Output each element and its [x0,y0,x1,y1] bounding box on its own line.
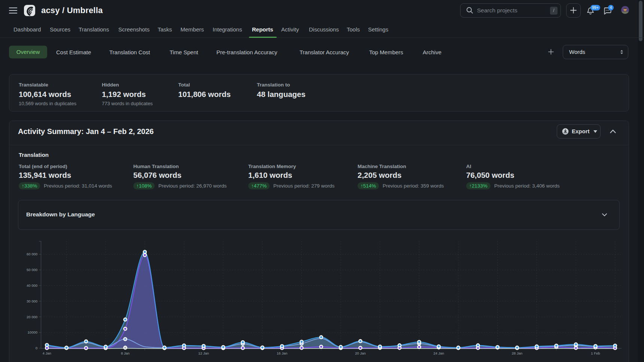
svg-text:12 Jan: 12 Jan [198,351,209,355]
svg-text:40 000: 40 000 [27,283,37,288]
svg-text:30 000: 30 000 [27,299,37,303]
svg-text:16 Jan: 16 Jan [277,351,288,355]
svg-text:4 Jan: 4 Jan [43,351,51,355]
svg-text:60 000: 60 000 [27,252,37,256]
svg-text:1 Feb: 1 Feb [591,351,600,355]
svg-text:0: 0 [36,346,37,350]
svg-text:8 Jan: 8 Jan [121,351,130,355]
svg-text:10000: 10000 [28,330,37,334]
svg-text:28 Jan: 28 Jan [512,351,523,355]
svg-text:50 000: 50 000 [27,268,37,272]
svg-text:24 Jan: 24 Jan [434,351,444,355]
svg-text:20 Jan: 20 Jan [355,351,366,355]
svg-text:20 000: 20 000 [27,315,37,319]
